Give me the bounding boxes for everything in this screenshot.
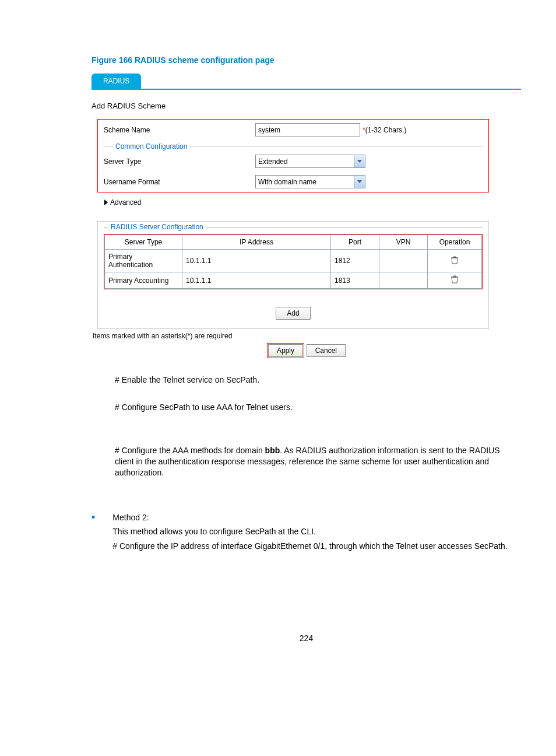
- trash-icon[interactable]: [451, 275, 458, 284]
- body-paragraph: # Configure SecPath to use AAA for Telne…: [115, 402, 505, 413]
- tab-bar: RADIUS: [92, 74, 521, 90]
- cell-vpn: [379, 272, 428, 289]
- cell-ip: 10.1.1.1: [182, 272, 331, 289]
- body-paragraph: # Configure the AAA methods for domain b…: [115, 445, 505, 478]
- method2-label: Method 2:: [112, 513, 521, 522]
- scheme-name-hint: (1-32 Chars.): [365, 126, 407, 134]
- table-row: Primary Authentication 10.1.1.1 1812: [105, 250, 482, 272]
- bullet-icon: •: [92, 513, 95, 522]
- trash-icon[interactable]: [451, 256, 458, 264]
- username-format-label: Username Format: [104, 178, 255, 186]
- add-button[interactable]: Add: [276, 307, 310, 320]
- chevron-down-icon[interactable]: [354, 155, 365, 168]
- cell-port: 1812: [331, 250, 379, 272]
- page-number: 224: [92, 634, 521, 643]
- radius-server-legend: RADIUS Server Configuration: [108, 223, 206, 231]
- server-table: Server Type IP Address Port VPN Operatio…: [104, 235, 482, 289]
- method2-desc: This method allows you to configure SecP…: [112, 527, 521, 536]
- radius-server-panel: RADIUS Server Configuration Server Type …: [97, 221, 489, 329]
- cell-type: Primary Authentication: [105, 250, 182, 272]
- col-ip: IP Address: [182, 235, 331, 250]
- server-type-label: Server Type: [104, 158, 255, 166]
- section-heading: Add RADIUS Scheme: [92, 102, 521, 110]
- col-port: Port: [331, 235, 379, 250]
- body-paragraph: # Enable the Telnet service on SecPath.: [115, 374, 505, 386]
- figure-title: Figure 166 RADIUS scheme configuration p…: [92, 55, 521, 65]
- scheme-name-box: Scheme Name *(1-32 Chars.) Common Config…: [97, 119, 489, 192]
- cancel-button[interactable]: Cancel: [307, 344, 346, 357]
- cell-vpn: [379, 250, 428, 272]
- advanced-toggle[interactable]: Advanced: [110, 198, 141, 206]
- required-note: Items marked with an asterisk(*) are req…: [93, 332, 521, 340]
- common-config-legend: Common Configuration: [113, 141, 189, 152]
- server-type-select[interactable]: [255, 155, 354, 168]
- col-vpn: VPN: [379, 235, 428, 250]
- expand-arrow-icon[interactable]: [104, 200, 108, 205]
- cell-type: Primary Accounting: [105, 272, 182, 289]
- table-row: Primary Accounting 10.1.1.1 1813: [105, 272, 482, 289]
- cell-ip: 10.1.1.1: [182, 250, 331, 272]
- col-operation: Operation: [428, 235, 482, 250]
- scheme-name-input[interactable]: [255, 123, 360, 136]
- apply-button[interactable]: Apply: [268, 344, 303, 357]
- scheme-name-label: Scheme Name: [104, 126, 255, 134]
- username-format-select[interactable]: [255, 175, 354, 188]
- cell-port: 1813: [331, 272, 379, 289]
- col-server-type: Server Type: [105, 235, 182, 250]
- chevron-down-icon[interactable]: [354, 175, 365, 188]
- tab-radius[interactable]: RADIUS: [92, 74, 141, 89]
- method2-step: # Configure the IP address of interface …: [112, 541, 521, 552]
